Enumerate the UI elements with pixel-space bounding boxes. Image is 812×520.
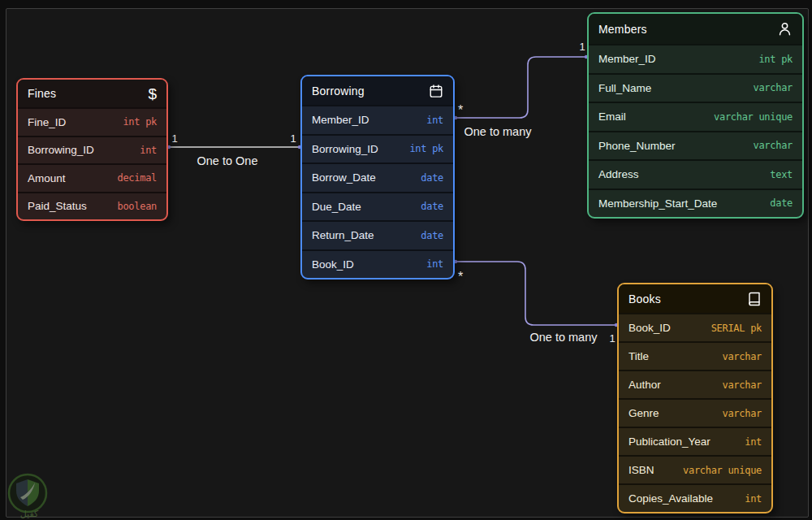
field-name: Email [598,110,626,123]
field-name: Membership_Start_Date [598,197,717,210]
watermark-logo: كفيل [3,470,63,520]
field-name: ISBN [628,464,654,476]
field-name: Due_Date [312,201,361,213]
field-row-address[interactable]: Addresstext [589,159,802,188]
field-name: Fine_ID [28,116,66,128]
field-row-genre[interactable]: Genrevarchar [619,398,771,427]
field-type: int pk [123,116,157,128]
field-type: int [426,115,443,126]
field-type: varchar [723,379,762,391]
field-name: Book_ID [628,322,671,334]
field-row-member_id[interactable]: Member_IDint pk [589,44,802,73]
field-name: Full_Name [598,82,651,94]
table-title: Books [628,292,661,306]
field-type: varchar unique [714,111,793,123]
table-title: Borrowing [312,84,365,98]
field-type: date [421,230,443,241]
field-row-phone_number[interactable]: Phone_Numbervarchar [589,131,802,160]
book-icon [747,292,762,306]
field-row-publication_year[interactable]: Publication_Yearint [619,427,771,455]
field-row-membership_start_date[interactable]: Membership_Start_Datedate [589,188,802,218]
field-row-book_id[interactable]: Book_IDSERIAL pk [619,313,771,341]
field-type: date [421,201,443,212]
field-type: int [140,145,157,156]
field-name: Address [598,168,639,180]
field-name: Member_ID [312,114,369,126]
field-row-member_id[interactable]: Member_IDint [302,105,453,134]
table-fines[interactable]: Fines$Fine_IDint pkBorrowing_IDintAmount… [16,78,168,221]
field-row-book_id[interactable]: Book_IDint [302,249,453,279]
field-row-amount[interactable]: Amountdecimal [18,163,166,192]
field-row-isbn[interactable]: ISBNvarchar unique [619,455,771,483]
field-name: Member_ID [598,53,656,65]
table-header[interactable]: Books [619,284,771,313]
erd-canvas[interactable]: 1 1 One to One * 1 One to many * 1 One t… [0,0,812,520]
field-name: Return_Date [312,229,374,241]
field-type: varchar [723,408,762,419]
field-name: Amount [28,172,66,184]
field-name: Author [628,379,661,391]
field-type: int [745,493,762,505]
field-type: varchar [723,351,762,362]
table-header[interactable]: Borrowing [302,76,453,105]
field-type: date [770,197,793,209]
field-row-fine_id[interactable]: Fine_IDint pk [18,107,166,136]
field-name: Borrow_Date [312,171,376,184]
table-title: Members [598,23,647,36]
field-row-email[interactable]: Emailvarchar unique [589,102,802,131]
field-name: Publication_Year [628,436,710,448]
user-icon [777,21,793,37]
field-row-copies_available[interactable]: Copies_Availableint [619,483,771,512]
field-name: Copies_Available [628,492,713,505]
field-name: Book_ID [312,258,354,271]
table-books[interactable]: BooksBook_IDSERIAL pkTitlevarcharAuthorv… [617,283,773,514]
field-row-author[interactable]: Authorvarchar [619,370,771,398]
field-type: varchar [754,140,793,151]
field-type: SERIAL pk [711,323,762,334]
table-header[interactable]: Members [589,14,802,44]
table-title: Fines [28,87,56,100]
field-type: decimal [118,172,157,184]
field-type: date [421,172,443,184]
calendar-icon [429,84,443,98]
field-row-paid_status[interactable]: Paid_Statusboolean [18,192,166,220]
field-type: int pk [758,54,793,65]
field-type: varchar [754,82,793,93]
field-row-borrow_date[interactable]: Borrow_Datedate [302,162,453,192]
field-name: Borrowing_ID [28,144,94,156]
table-members[interactable]: MembersMember_IDint pkFull_NamevarcharEm… [587,12,804,219]
watermark-text: كفيل [20,509,39,519]
field-row-title[interactable]: Titlevarchar [619,341,771,370]
field-type: text [770,169,793,180]
table-borrowing[interactable]: BorrowingMember_IDintBorrowing_IDint pkB… [300,75,455,280]
field-type: int pk [409,143,443,154]
field-row-borrowing_id[interactable]: Borrowing_IDint pk [302,134,453,163]
field-type: int [745,436,762,448]
dollar-icon: $ [148,86,157,102]
field-row-return_date[interactable]: Return_Datedate [302,220,453,249]
field-row-full_name[interactable]: Full_Namevarchar [589,73,802,102]
table-header[interactable]: Fines$ [18,80,166,107]
field-name: Borrowing_ID [312,143,378,155]
field-row-borrowing_id[interactable]: Borrowing_IDint [18,136,166,164]
field-name: Paid_Status [28,200,87,212]
field-row-due_date[interactable]: Due_Datedate [302,192,453,221]
field-type: varchar unique [683,465,762,476]
field-type: int [426,258,443,270]
field-type: boolean [118,201,157,212]
field-name: Title [628,350,649,362]
field-name: Genre [628,407,659,419]
field-name: Phone_Number [598,140,676,152]
